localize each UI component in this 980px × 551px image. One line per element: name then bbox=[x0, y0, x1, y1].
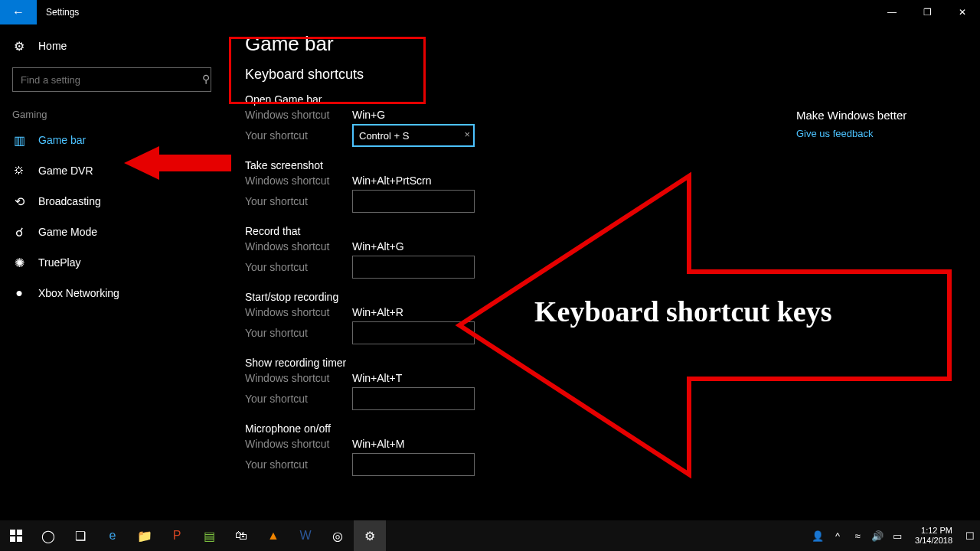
search-icon: ⚲ bbox=[202, 73, 210, 85]
tray-notifications-icon[interactable]: ☐ bbox=[960, 520, 980, 551]
windows-shortcut-row: Windows shortcutWin+Alt+G bbox=[245, 240, 971, 253]
taskbar-tray: 👤 ^ ≈ 🔊 ▭ 1:12 PM 3/14/2018 ☐ bbox=[808, 520, 980, 551]
gamebar-icon: ▥ bbox=[12, 133, 26, 148]
sidebar-item-trueplay[interactable]: ✺ TruePlay bbox=[0, 247, 230, 278]
shortcut-title: Microphone on/off bbox=[245, 422, 971, 435]
windows-shortcut-value: Win+Alt+G bbox=[352, 240, 404, 253]
dvr-icon: ⛭ bbox=[12, 164, 26, 178]
shortcut-block: Show recording timerWindows shortcutWin+… bbox=[245, 357, 971, 410]
your-shortcut-input-wrap bbox=[352, 190, 475, 213]
taskbar-date: 3/14/2018 bbox=[915, 536, 952, 546]
shortcut-block: Start/stop recordingWindows shortcutWin+… bbox=[245, 291, 971, 344]
main-panel: Game bar Keyboard shortcuts Open Game ba… bbox=[230, 24, 980, 520]
your-shortcut-label: Your shortcut bbox=[245, 261, 352, 273]
taskbar-taskview-icon[interactable]: ❑ bbox=[64, 520, 96, 551]
taskbar-word-icon[interactable]: W bbox=[289, 520, 322, 551]
sidebar-home[interactable]: ⚙ Home bbox=[0, 31, 230, 61]
sidebar-search: ⚲ bbox=[12, 67, 217, 92]
shortcut-title: Take screenshot bbox=[245, 159, 971, 171]
your-shortcut-label: Your shortcut bbox=[245, 393, 352, 405]
broadcast-icon: ⟲ bbox=[12, 194, 26, 209]
your-shortcut-input[interactable] bbox=[352, 453, 475, 476]
title-bar: ← Settings ― ❐ ✕ bbox=[0, 0, 980, 24]
close-button[interactable]: ✕ bbox=[945, 0, 980, 24]
start-button[interactable] bbox=[0, 520, 32, 551]
sidebar-item-label: Game bar bbox=[38, 134, 86, 146]
your-shortcut-input[interactable] bbox=[352, 387, 475, 410]
sidebar-item-xbox-networking[interactable]: ● Xbox Networking bbox=[0, 278, 230, 308]
sidebar-item-broadcasting[interactable]: ⟲ Broadcasting bbox=[0, 186, 230, 217]
taskbar-powerpoint-icon[interactable]: P bbox=[161, 520, 193, 551]
your-shortcut-row: Your shortcut bbox=[245, 387, 971, 410]
your-shortcut-row: Your shortcut bbox=[245, 453, 971, 476]
your-shortcut-input[interactable] bbox=[352, 321, 475, 344]
your-shortcut-label: Your shortcut bbox=[245, 129, 352, 142]
shortcut-block: Microphone on/offWindows shortcutWin+Alt… bbox=[245, 422, 971, 476]
sidebar-item-label: Game DVR bbox=[38, 165, 93, 177]
tray-wifi-icon[interactable]: ≈ bbox=[848, 520, 867, 551]
sidebar-item-game-dvr[interactable]: ⛭ Game DVR bbox=[0, 155, 230, 186]
your-shortcut-row: Your shortcut bbox=[245, 190, 971, 213]
your-shortcut-input-wrap bbox=[352, 387, 475, 410]
your-shortcut-row: Your shortcut bbox=[245, 321, 971, 344]
tray-up-icon[interactable]: ^ bbox=[828, 520, 848, 551]
tray-battery-icon[interactable]: ▭ bbox=[887, 520, 907, 551]
your-shortcut-input[interactable] bbox=[352, 256, 475, 279]
search-input[interactable] bbox=[12, 67, 211, 92]
your-shortcut-input-wrap bbox=[352, 453, 475, 476]
sidebar-item-label: Game Mode bbox=[38, 226, 97, 238]
sidebar-item-label: Xbox Networking bbox=[38, 287, 119, 299]
minimize-button[interactable]: ― bbox=[874, 0, 910, 24]
windows-shortcut-row: Windows shortcutWin+Alt+R bbox=[245, 306, 971, 318]
feedback-link[interactable]: Give us feedback bbox=[796, 128, 949, 139]
windows-shortcut-label: Windows shortcut bbox=[245, 306, 352, 318]
windows-shortcut-label: Windows shortcut bbox=[245, 240, 352, 253]
right-pane-heading: Make Windows better bbox=[796, 109, 949, 122]
shortcut-title: Show recording timer bbox=[245, 357, 971, 369]
your-shortcut-input-wrap: × bbox=[352, 124, 475, 147]
your-shortcut-row: Your shortcut bbox=[245, 256, 971, 279]
taskbar-cortana-icon[interactable]: ◯ bbox=[32, 520, 64, 551]
windows-shortcut-value: Win+Alt+R bbox=[352, 306, 403, 318]
back-button[interactable]: ← bbox=[0, 0, 37, 24]
sidebar-item-game-mode[interactable]: ☌ Game Mode bbox=[0, 217, 230, 247]
taskbar-camtasia-icon[interactable]: ▤ bbox=[193, 520, 225, 551]
sidebar-home-label: Home bbox=[38, 40, 67, 52]
xbox-icon: ● bbox=[12, 286, 26, 300]
your-shortcut-input[interactable] bbox=[352, 124, 475, 147]
window-controls: ― ❐ ✕ bbox=[874, 0, 980, 24]
taskbar-edge-icon[interactable]: e bbox=[96, 520, 129, 551]
sidebar-item-game-bar[interactable]: ▥ Game bar bbox=[0, 125, 230, 155]
taskbar-explorer-icon[interactable]: 📁 bbox=[129, 520, 161, 551]
taskbar: ◯ ❑ e 📁 P ▤ 🛍 ▲ W ◎ ⚙ 👤 ^ ≈ 🔊 ▭ 1:12 PM … bbox=[0, 520, 980, 551]
windows-shortcut-label: Windows shortcut bbox=[245, 438, 352, 450]
section-heading: Keyboard shortcuts bbox=[245, 67, 971, 83]
windows-shortcut-row: Windows shortcutWin+Alt+PrtScrn bbox=[245, 174, 971, 187]
windows-shortcut-label: Windows shortcut bbox=[245, 109, 352, 121]
tray-people-icon[interactable]: 👤 bbox=[808, 520, 828, 551]
taskbar-settings-icon[interactable]: ⚙ bbox=[354, 520, 386, 551]
shortcut-block: Take screenshotWindows shortcutWin+Alt+P… bbox=[245, 159, 971, 213]
windows-shortcut-row: Windows shortcutWin+Alt+M bbox=[245, 438, 971, 450]
your-shortcut-input[interactable] bbox=[352, 190, 475, 213]
svg-rect-3 bbox=[17, 530, 22, 535]
tray-volume-icon[interactable]: 🔊 bbox=[867, 520, 887, 551]
sidebar-item-label: Broadcasting bbox=[38, 195, 101, 207]
clear-shortcut-icon[interactable]: × bbox=[464, 129, 470, 140]
sidebar-item-label: TruePlay bbox=[38, 256, 81, 269]
svg-rect-2 bbox=[10, 530, 15, 535]
shortcut-block: Record thatWindows shortcutWin+Alt+GYour… bbox=[245, 225, 971, 279]
taskbar-chrome-icon[interactable]: ◎ bbox=[322, 520, 354, 551]
taskbar-clock[interactable]: 1:12 PM 3/14/2018 bbox=[907, 526, 960, 546]
shortcut-title: Start/stop recording bbox=[245, 291, 971, 303]
your-shortcut-input-wrap bbox=[352, 256, 475, 279]
taskbar-vlc-icon[interactable]: ▲ bbox=[257, 520, 289, 551]
taskbar-store-icon[interactable]: 🛍 bbox=[225, 520, 257, 551]
windows-shortcut-value: Win+G bbox=[352, 109, 385, 121]
your-shortcut-label: Your shortcut bbox=[245, 327, 352, 339]
maximize-button[interactable]: ❐ bbox=[910, 0, 945, 24]
windows-shortcut-value: Win+Alt+PrtScrn bbox=[352, 174, 431, 187]
your-shortcut-label: Your shortcut bbox=[245, 458, 352, 471]
gear-icon: ⚙ bbox=[12, 39, 26, 54]
taskbar-time: 1:12 PM bbox=[915, 526, 952, 536]
